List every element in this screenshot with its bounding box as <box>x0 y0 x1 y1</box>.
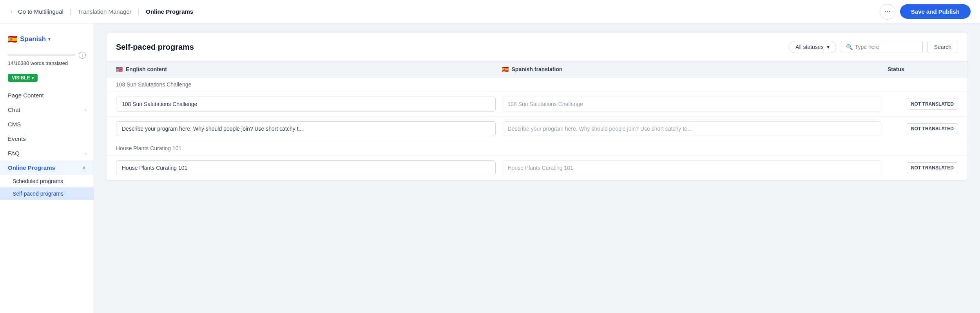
status-badge: NOT TRANSLATED <box>907 162 958 173</box>
language-selector[interactable]: 🇪🇸 Spanish ▾ <box>0 31 94 47</box>
col-status: Status <box>888 66 958 72</box>
sidebar-subitem-self-paced-programs[interactable]: Self-paced programs <box>0 187 94 200</box>
spanish-cell[interactable]: Describe your program here. Why should p… <box>502 121 882 136</box>
sidebar-item-chat[interactable]: Chat › <box>0 103 94 117</box>
col-english-content: 🇺🇸 English content <box>116 66 502 72</box>
info-icon[interactable]: i <box>79 52 86 59</box>
back-arrow-icon: ← <box>9 8 16 15</box>
sidebar: 🇪🇸 Spanish ▾ i 14/16380 words translated… <box>0 23 94 313</box>
table-row: Describe your program here. Why should p… <box>107 117 967 141</box>
back-link[interactable]: ← Go to Multilingual <box>9 8 63 15</box>
main-content: Self-paced programs All statuses ▾ 🔍 Sea… <box>94 23 980 313</box>
chevron-right-icon: › <box>84 107 86 113</box>
language-chevron-icon: ▾ <box>48 36 51 42</box>
visibility-badge[interactable]: VISIBLE ▾ <box>8 74 38 82</box>
sidebar-item-label: Online Programs <box>8 164 55 171</box>
section-label-2: House Plants Curating 101 <box>107 141 967 156</box>
sidebar-item-label: CMS <box>8 121 21 128</box>
status-badge: NOT TRANSLATED <box>907 99 958 110</box>
es-flag: 🇪🇸 <box>502 66 509 72</box>
search-input[interactable] <box>855 44 918 50</box>
save-publish-button[interactable]: Save and Publish <box>900 4 971 19</box>
sidebar-subitem-label: Scheduled programs <box>13 178 63 184</box>
sidebar-item-cms[interactable]: CMS <box>0 117 94 131</box>
status-dropdown-chevron-icon: ▾ <box>827 44 830 50</box>
progress-bar-container: i <box>8 52 86 59</box>
visibility-chevron-icon: ▾ <box>32 76 34 80</box>
breadcrumb-translation-manager: Translation Manager <box>78 8 132 15</box>
spanish-cell[interactable]: 108 Sun Salutations Challenge <box>502 97 882 112</box>
chevron-right-icon: › <box>84 151 86 156</box>
col-status-label: Status <box>888 66 904 72</box>
word-count: 14/16380 words translated <box>8 60 86 66</box>
header-right: ··· Save and Publish <box>880 4 971 20</box>
search-button[interactable]: Search <box>927 41 958 53</box>
header: ← Go to Multilingual | Translation Manag… <box>0 0 980 23</box>
card-header: Self-paced programs All statuses ▾ 🔍 Sea… <box>107 33 967 61</box>
more-options-button[interactable]: ··· <box>880 4 895 20</box>
english-cell[interactable]: 108 Sun Salutations Challenge <box>116 97 496 112</box>
content-card: Self-paced programs All statuses ▾ 🔍 Sea… <box>107 33 967 180</box>
table-row: 108 Sun Salutations Challenge 108 Sun Sa… <box>107 92 967 117</box>
english-cell[interactable]: House Plants Curating 101 <box>116 160 496 175</box>
table-row: House Plants Curating 101 House Plants C… <box>107 156 967 180</box>
more-icon: ··· <box>884 7 890 16</box>
status-dropdown-label: All statuses <box>795 44 824 50</box>
chevron-up-icon: ∧ <box>82 165 86 171</box>
back-label: Go to Multilingual <box>18 8 63 15</box>
progress-bar-track <box>8 54 76 56</box>
english-cell[interactable]: Describe your program here. Why should p… <box>116 121 496 136</box>
col-english-label: English content <box>126 66 167 72</box>
search-icon: 🔍 <box>846 44 853 50</box>
sidebar-item-page-content[interactable]: Page Content <box>0 88 94 103</box>
col-spanish-label: Spanish translation <box>512 66 563 72</box>
card-title: Self-paced programs <box>116 43 194 52</box>
filter-area: All statuses ▾ 🔍 Search <box>789 41 958 53</box>
col-spanish-translation: 🇪🇸 Spanish translation <box>502 66 888 72</box>
section-label-1: 108 Sun Salutations Challenge <box>107 77 967 92</box>
sidebar-item-label: Page Content <box>8 92 44 99</box>
progress-section: i 14/16380 words translated <box>0 50 94 71</box>
layout: 🇪🇸 Spanish ▾ i 14/16380 words translated… <box>0 23 980 313</box>
status-badge: NOT TRANSLATED <box>907 123 958 134</box>
sidebar-subitem-scheduled-programs[interactable]: Scheduled programs <box>0 175 94 187</box>
sidebar-item-label: FAQ <box>8 150 20 156</box>
breadcrumb-sep-2: | <box>138 7 140 16</box>
us-flag: 🇺🇸 <box>116 66 123 72</box>
sidebar-item-online-programs[interactable]: Online Programs ∧ <box>0 160 94 175</box>
breadcrumb-online-programs: Online Programs <box>146 8 193 15</box>
sidebar-item-label: Chat <box>8 106 20 113</box>
spanish-cell[interactable]: House Plants Curating 101 <box>502 160 882 175</box>
sidebar-item-events[interactable]: Events <box>0 131 94 146</box>
header-left: ← Go to Multilingual | Translation Manag… <box>9 7 193 16</box>
sidebar-item-faq[interactable]: FAQ › <box>0 146 94 160</box>
breadcrumb-sep-1: | <box>70 7 72 16</box>
language-flag: 🇪🇸 <box>8 34 18 44</box>
search-box: 🔍 <box>841 41 923 53</box>
visibility-label: VISIBLE <box>12 75 30 81</box>
language-name: Spanish <box>20 35 46 43</box>
status-dropdown[interactable]: All statuses ▾ <box>789 41 836 53</box>
sidebar-subitem-label: Self-paced programs <box>13 191 63 197</box>
table-header: 🇺🇸 English content 🇪🇸 Spanish translatio… <box>107 61 967 77</box>
sidebar-item-label: Events <box>8 135 26 142</box>
